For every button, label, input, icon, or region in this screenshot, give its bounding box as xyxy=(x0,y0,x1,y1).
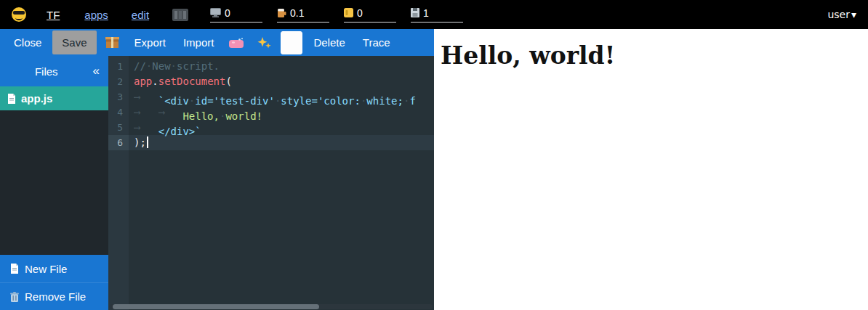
code-token: ( xyxy=(225,76,231,87)
new-file-label: New File xyxy=(25,263,67,275)
grid-icon[interactable] xyxy=(172,9,188,21)
tab-marker: ⟶ xyxy=(134,89,158,105)
package-icon-button[interactable] xyxy=(101,33,124,52)
code-token: white; xyxy=(366,95,403,107)
code-token: · xyxy=(171,60,177,72)
new-file-icon xyxy=(10,264,19,274)
monitor-stat[interactable]: 0 xyxy=(210,7,262,23)
line-number: 4 xyxy=(108,105,129,120)
text-cursor xyxy=(147,136,148,148)
code-token: app xyxy=(134,76,152,87)
user-menu-label: user xyxy=(827,9,850,20)
output-heading: Hello, world! xyxy=(441,41,868,70)
remove-file-label: Remove File xyxy=(25,290,86,303)
tab-marker: ⟶ xyxy=(134,120,158,135)
file-item-appjs[interactable]: app.js xyxy=(0,86,108,110)
monitor-stat-value: 0 xyxy=(225,7,230,19)
coin-stat-value: 0 xyxy=(357,7,363,19)
beer-stat[interactable]: 0.1 xyxy=(277,7,329,23)
code-line[interactable]: app.setDocument( xyxy=(129,74,434,89)
new-file-button[interactable]: New File xyxy=(0,255,108,282)
line-number: 1 xyxy=(108,59,129,74)
soap-icon-button[interactable] xyxy=(225,35,249,51)
code-line[interactable]: ⟶</div>` xyxy=(129,120,434,135)
horizontal-scrollbar-thumb[interactable] xyxy=(113,304,319,309)
top-bar: TF apps edit 0 0.1 0 xyxy=(0,0,868,29)
code-lines[interactable]: //·New·script.app.setDocument(⟶`<div·id=… xyxy=(129,56,434,310)
files-sidebar: Files « app.js xyxy=(0,56,108,310)
storage-stat-value: 1 xyxy=(423,7,429,19)
trace-button[interactable]: Trace xyxy=(356,32,397,53)
tab-marker: ⟶ xyxy=(134,105,158,120)
editor-pane: Close Save Export Import xyxy=(0,29,434,310)
soap-icon xyxy=(229,38,244,48)
code-token: // xyxy=(134,60,146,72)
grid-icon-svg xyxy=(172,9,188,21)
code-line[interactable]: //·New·script. xyxy=(129,59,434,74)
blank-icon-button[interactable] xyxy=(281,31,302,54)
nav-link-apps[interactable]: apps xyxy=(84,9,108,21)
coin-icon xyxy=(344,8,353,17)
smiley-face-icon[interactable] xyxy=(12,7,26,22)
code-token: </div> xyxy=(158,126,196,137)
files-filler xyxy=(0,110,108,255)
floppy-icon xyxy=(411,8,419,17)
files-title: Files xyxy=(0,65,93,78)
storage-stat[interactable]: 1 xyxy=(411,7,463,23)
code-token: f xyxy=(409,95,415,107)
main-split: Close Save Export Import xyxy=(0,29,868,310)
monitor-icon xyxy=(210,8,221,17)
line-number: 3 xyxy=(108,89,129,105)
gutter: 123456 xyxy=(108,56,129,310)
workspace: Files « app.js xyxy=(0,56,434,310)
nav-link-edit[interactable]: edit xyxy=(132,9,149,21)
remove-file-button[interactable]: Remove File xyxy=(0,282,108,310)
export-button[interactable]: Export xyxy=(128,32,172,53)
caret-down-icon: ▾ xyxy=(851,9,856,20)
package-icon xyxy=(105,36,119,49)
code-token: world! xyxy=(225,110,262,122)
code-token: script. xyxy=(177,60,220,72)
code-line[interactable]: ⟶⟶Hello,·world! xyxy=(129,105,434,120)
sparkles-icon-button[interactable] xyxy=(253,33,276,52)
code-line[interactable]: ⟶`<div·id='test-div'·style='color:·white… xyxy=(129,89,434,105)
code-token: ` xyxy=(195,126,201,137)
line-number: 2 xyxy=(108,74,129,89)
collapse-sidebar-button[interactable]: « xyxy=(93,64,108,78)
beer-icon xyxy=(277,8,286,18)
editor-toolbar: Close Save Export Import xyxy=(0,29,434,56)
file-icon xyxy=(7,94,16,104)
code-editor[interactable]: 123456 //·New·script.app.setDocument(⟶`<… xyxy=(108,56,434,310)
code-token: setDocument xyxy=(158,76,226,87)
code-token: style= xyxy=(281,95,318,107)
code-token: 'color: xyxy=(318,95,361,107)
code-token: ); xyxy=(134,136,146,148)
delete-button[interactable]: Delete xyxy=(307,32,351,53)
code-token: . xyxy=(152,76,158,87)
sparkles-icon xyxy=(257,36,272,49)
file-item-label: app.js xyxy=(21,92,52,105)
horizontal-scrollbar-track xyxy=(110,304,433,309)
beer-stat-value: 0.1 xyxy=(290,7,304,19)
save-button[interactable]: Save xyxy=(52,30,96,54)
trash-icon xyxy=(10,292,19,302)
code-line[interactable]: ); xyxy=(129,135,434,150)
coin-stat[interactable]: 0 xyxy=(344,7,396,23)
code-token: New xyxy=(152,60,170,72)
tab-marker: ⟶ xyxy=(158,105,183,120)
files-header: Files « xyxy=(0,56,108,86)
close-button[interactable]: Close xyxy=(7,32,48,53)
user-menu[interactable]: user▾ xyxy=(827,9,856,20)
output-panel: Hello, world! xyxy=(434,29,868,310)
brand-link[interactable]: TF xyxy=(47,9,60,21)
line-number: 6 xyxy=(108,135,129,150)
line-number: 5 xyxy=(108,120,129,135)
import-button[interactable]: Import xyxy=(177,32,221,53)
